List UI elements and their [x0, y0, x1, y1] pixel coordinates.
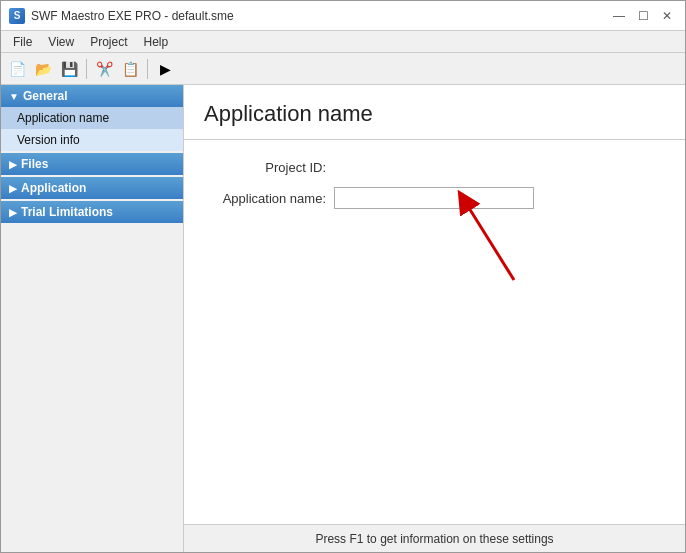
sidebar-section-general-header[interactable]: General — [1, 85, 183, 107]
toolbar-separator-2 — [147, 59, 148, 79]
sidebar-section-application-label: Application — [21, 181, 86, 195]
sidebar-section-general: General Application name Version info — [1, 85, 183, 151]
sidebar-section-files: Files — [1, 153, 183, 175]
sidebar-item-application-name[interactable]: Application name — [1, 107, 183, 129]
save-button[interactable]: 💾 — [57, 57, 81, 81]
maximize-button[interactable]: ☐ — [633, 6, 653, 26]
window-title: SWF Maestro EXE PRO - default.sme — [31, 9, 609, 23]
toolbar-separator — [86, 59, 87, 79]
chevron-down-icon — [9, 91, 19, 102]
main-area: General Application name Version info Fi… — [1, 85, 685, 552]
cut-button[interactable]: ✂️ — [92, 57, 116, 81]
statusbar-text: Press F1 to get information on these set… — [315, 532, 553, 546]
app-icon: S — [9, 8, 25, 24]
window-controls: — ☐ ✕ — [609, 6, 677, 26]
sidebar-section-general-label: General — [23, 89, 68, 103]
sidebar-section-trial: Trial Limitations — [1, 201, 183, 223]
content-body: Project ID: Application name: — [184, 140, 685, 524]
project-id-row: Project ID: — [204, 160, 665, 175]
content-header: Application name — [184, 85, 685, 140]
run-button[interactable]: ▶ — [153, 57, 177, 81]
svg-line-1 — [464, 200, 514, 280]
chevron-right-icon-2 — [9, 183, 17, 194]
statusbar: Press F1 to get information on these set… — [184, 524, 685, 552]
content-title: Application name — [204, 101, 665, 127]
open-button[interactable]: 📂 — [31, 57, 55, 81]
menu-help[interactable]: Help — [136, 33, 177, 51]
chevron-right-icon-3 — [9, 207, 17, 218]
sidebar-section-files-header[interactable]: Files — [1, 153, 183, 175]
menubar: File View Project Help — [1, 31, 685, 53]
sidebar-section-application-header[interactable]: Application — [1, 177, 183, 199]
new-button[interactable]: 📄 — [5, 57, 29, 81]
menu-project[interactable]: Project — [82, 33, 135, 51]
menu-view[interactable]: View — [40, 33, 82, 51]
sidebar-item-version-info[interactable]: Version info — [1, 129, 183, 151]
project-id-label: Project ID: — [204, 160, 334, 175]
application-name-label: Application name: — [204, 191, 334, 206]
sidebar-section-general-items: Application name Version info — [1, 107, 183, 151]
chevron-right-icon — [9, 159, 17, 170]
minimize-button[interactable]: — — [609, 6, 629, 26]
toolbar: 📄 📂 💾 ✂️ 📋 ▶ — [1, 53, 685, 85]
sidebar-section-trial-header[interactable]: Trial Limitations — [1, 201, 183, 223]
application-name-input[interactable] — [334, 187, 534, 209]
close-button[interactable]: ✕ — [657, 6, 677, 26]
sidebar-section-application: Application — [1, 177, 183, 199]
menu-file[interactable]: File — [5, 33, 40, 51]
content-panel: Application name Project ID: Application… — [184, 85, 685, 552]
sidebar-section-trial-label: Trial Limitations — [21, 205, 113, 219]
titlebar: S SWF Maestro EXE PRO - default.sme — ☐ … — [1, 1, 685, 31]
main-window: S SWF Maestro EXE PRO - default.sme — ☐ … — [0, 0, 686, 553]
sidebar: General Application name Version info Fi… — [1, 85, 184, 552]
paste-button[interactable]: 📋 — [118, 57, 142, 81]
application-name-row: Application name: — [204, 187, 665, 209]
sidebar-section-files-label: Files — [21, 157, 48, 171]
